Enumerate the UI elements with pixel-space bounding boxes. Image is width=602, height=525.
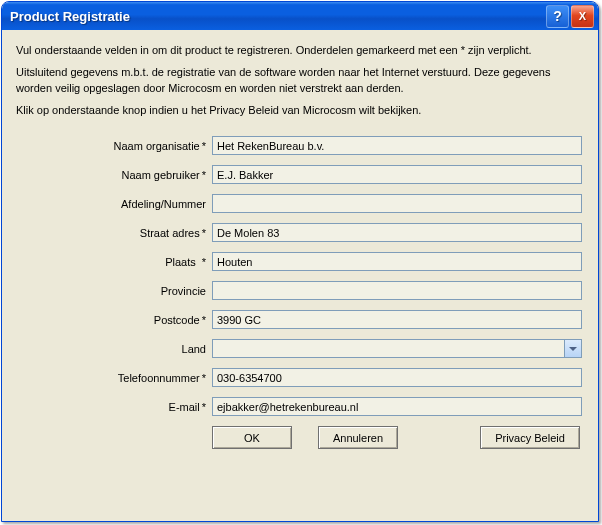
user-input[interactable]	[212, 165, 582, 184]
label-postcode: Postcode*	[16, 314, 212, 326]
window-title: Product Registratie	[10, 9, 544, 24]
registration-dialog: Product Registratie ? X Vul onderstaande…	[1, 1, 599, 522]
label-street: Straat adres*	[16, 227, 212, 239]
titlebar: Product Registratie ? X	[2, 2, 598, 30]
email-input[interactable]	[212, 397, 582, 416]
close-button[interactable]: X	[571, 5, 594, 28]
province-input[interactable]	[212, 281, 582, 300]
help-button[interactable]: ?	[546, 5, 569, 28]
phone-input[interactable]	[212, 368, 582, 387]
label-user: Naam gebruiker*	[16, 169, 212, 181]
country-select[interactable]	[212, 339, 582, 358]
postcode-input[interactable]	[212, 310, 582, 329]
close-icon: X	[579, 10, 586, 22]
instruction-line2: Uitsluitend gegevens m.b.t. de registrat…	[16, 64, 584, 96]
street-input[interactable]	[212, 223, 582, 242]
form-area: Naam organisatie* Naam gebruiker* Afdeli…	[16, 136, 584, 449]
label-province: Provincie	[16, 285, 212, 297]
dept-input[interactable]	[212, 194, 582, 213]
label-email: E-mail*	[16, 401, 212, 413]
instruction-line1: Vul onderstaande velden in om dit produc…	[16, 42, 584, 58]
client-area: Vul onderstaande velden in om dit produc…	[2, 30, 598, 463]
button-row: OK Annuleren Privacy Beleid	[16, 426, 584, 449]
label-city: Plaats*	[16, 256, 212, 268]
privacy-button[interactable]: Privacy Beleid	[480, 426, 580, 449]
chevron-down-icon	[564, 340, 581, 357]
city-input[interactable]	[212, 252, 582, 271]
label-phone: Telefoonnummer*	[16, 372, 212, 384]
country-value	[213, 340, 564, 357]
instruction-line3: Klik op onderstaande knop indien u het P…	[16, 102, 584, 118]
label-country: Land	[16, 343, 212, 355]
org-input[interactable]	[212, 136, 582, 155]
label-dept: Afdeling/Nummer	[16, 198, 212, 210]
ok-button[interactable]: OK	[212, 426, 292, 449]
cancel-button[interactable]: Annuleren	[318, 426, 398, 449]
label-org: Naam organisatie*	[16, 140, 212, 152]
help-icon: ?	[553, 8, 562, 24]
